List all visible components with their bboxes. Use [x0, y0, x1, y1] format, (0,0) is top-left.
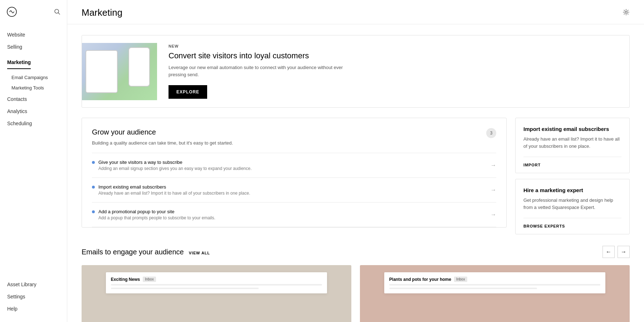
sidebar-item-settings[interactable]: Settings: [0, 291, 67, 303]
side-card-title-1: Hire a marketing expert: [523, 187, 621, 193]
email-card-1[interactable]: Plants and pots for your home Inbox: [360, 265, 630, 322]
inbox-badge-0: Inbox: [143, 277, 156, 282]
blue-dot-1: [92, 186, 95, 189]
banner-new-label: NEW: [169, 44, 618, 48]
sidebar-item-email-campaigns[interactable]: Email Campaigns: [0, 72, 67, 83]
side-card-desc-1: Get professional marketing and design he…: [523, 197, 621, 211]
banner-subtitle: Leverage our new email automation suite …: [169, 64, 347, 78]
email-card-header-row-1: Plants and pots for your home Inbox: [389, 277, 600, 282]
banner-title: Convert site visitors into loyal custome…: [169, 51, 618, 60]
sidebar-item-scheduling[interactable]: Scheduling: [0, 117, 67, 130]
grow-item-desc-1: Already have an email list? Import it to…: [98, 191, 250, 196]
blue-dot-2: [92, 210, 95, 213]
tablet-mockup: [86, 50, 118, 93]
view-all-link[interactable]: VIEW ALL: [189, 251, 210, 255]
main-header: Marketing: [67, 0, 644, 24]
grow-item-title-2: Add a promotional popup to your site: [98, 209, 215, 214]
arrow-right-0: →: [491, 162, 496, 169]
emails-header: Emails to engage your audience VIEW ALL …: [82, 246, 630, 258]
sidebar-header: [0, 0, 67, 25]
sidebar-bottom: Asset Library Settings Help: [0, 275, 67, 322]
sidebar-item-marketing-wrap: Marketing: [0, 53, 67, 72]
main-content: NEW Convert site visitors into loyal cus…: [67, 24, 644, 322]
grow-audience-card: Grow your audience 3 Building a quality …: [82, 118, 507, 228]
email-card-name-0: Exciting News: [111, 277, 140, 282]
blue-dot-0: [92, 161, 95, 164]
side-card-title-0: Import existing email subscribers: [523, 126, 621, 132]
grow-title: Grow your audience: [92, 128, 156, 136]
grow-items: Give your site visitors a way to subscri…: [92, 153, 496, 227]
email-card-0[interactable]: Exciting News Inbox: [82, 265, 351, 322]
grow-item-text-2: Add a promotional popup to your site Add…: [98, 209, 215, 220]
grow-item-title-1: Import existing email subscribers: [98, 184, 250, 190]
side-card-desc-0: Already have an email list? Import it to…: [523, 136, 621, 150]
grow-item-text-0: Give your site visitors a way to subscri…: [98, 160, 252, 171]
sidebar-item-marketing-tools[interactable]: Marketing Tools: [0, 83, 67, 93]
page-title: Marketing: [82, 7, 122, 18]
emails-next-button[interactable]: →: [618, 246, 630, 258]
banner-text: NEW Convert site visitors into loyal cus…: [157, 35, 629, 107]
browse-experts-link[interactable]: BROWSE EXPERTS: [523, 218, 621, 234]
email-card-name-1: Plants and pots for your home: [389, 277, 451, 282]
emails-nav: ← →: [602, 246, 630, 258]
grow-item-left-0: Give your site visitors a way to subscri…: [92, 160, 252, 171]
svg-line-2: [58, 13, 60, 15]
svg-point-3: [625, 11, 627, 13]
email-cards: Exciting News Inbox Plants and pots for …: [82, 265, 630, 322]
search-icon[interactable]: [54, 9, 60, 16]
grow-item-left-1: Import existing email subscribers Alread…: [92, 184, 250, 196]
grow-subtitle: Building a quality audience can take tim…: [92, 140, 496, 146]
grow-item-text-1: Import existing email subscribers Alread…: [98, 184, 250, 196]
two-col-layout: Grow your audience 3 Building a quality …: [82, 118, 630, 234]
grow-item-title-0: Give your site visitors a way to subscri…: [98, 160, 252, 165]
side-card-1: Hire a marketing expert Get professional…: [515, 179, 630, 234]
sidebar-item-analytics[interactable]: Analytics: [0, 105, 67, 117]
grow-item-desc-0: Adding an email signup section gives you…: [98, 166, 252, 171]
inbox-badge-1: Inbox: [454, 277, 467, 282]
grow-header: Grow your audience 3: [92, 128, 496, 138]
sidebar-item-contacts[interactable]: Contacts: [0, 93, 67, 105]
right-col: Import existing email subscribers Alread…: [515, 118, 630, 234]
logo-icon[interactable]: [6, 6, 17, 19]
grow-badge: 3: [486, 128, 496, 138]
emails-title-area: Emails to engage your audience VIEW ALL: [82, 248, 210, 256]
explore-button[interactable]: EXPLORE: [169, 85, 207, 99]
banner-card: NEW Convert site visitors into loyal cus…: [82, 35, 630, 108]
grow-item-2[interactable]: Add a promotional popup to your site Add…: [92, 203, 496, 227]
main-content-area: Marketing NEW Convert site visitors into…: [67, 0, 644, 322]
emails-section: Emails to engage your audience VIEW ALL …: [82, 246, 630, 322]
sidebar-item-asset-library[interactable]: Asset Library: [0, 278, 67, 291]
email-card-header-row-0: Exciting News Inbox: [111, 277, 322, 282]
arrow-right-1: →: [491, 187, 496, 193]
sidebar-item-selling[interactable]: Selling: [0, 41, 67, 53]
banner-image: [82, 43, 157, 100]
grow-item-left-2: Add a promotional popup to your site Add…: [92, 209, 215, 220]
import-link[interactable]: IMPORT: [523, 157, 621, 173]
email-card-inner-1: Plants and pots for your home Inbox: [384, 272, 605, 293]
grow-audience-col: Grow your audience 3 Building a quality …: [82, 118, 507, 234]
phone-mockup: [128, 47, 150, 87]
sidebar-item-help[interactable]: Help: [0, 303, 67, 315]
sidebar: Website Selling Marketing Email Campaign…: [0, 0, 67, 322]
emails-title: Emails to engage your audience: [82, 248, 184, 256]
grow-item-desc-2: Add a popup that prompts people to subsc…: [98, 215, 215, 220]
side-card-0: Import existing email subscribers Alread…: [515, 118, 630, 173]
emails-prev-button[interactable]: ←: [602, 246, 615, 258]
sidebar-item-marketing[interactable]: Marketing: [7, 56, 31, 69]
sidebar-item-website[interactable]: Website: [0, 29, 67, 41]
arrow-right-2: →: [491, 211, 496, 218]
email-card-inner-0: Exciting News Inbox: [106, 272, 327, 293]
grow-item-1[interactable]: Import existing email subscribers Alread…: [92, 178, 496, 203]
grow-item-0[interactable]: Give your site visitors a way to subscri…: [92, 153, 496, 178]
gear-icon[interactable]: [623, 9, 630, 17]
sidebar-nav: Website Selling Marketing Email Campaign…: [0, 25, 67, 275]
